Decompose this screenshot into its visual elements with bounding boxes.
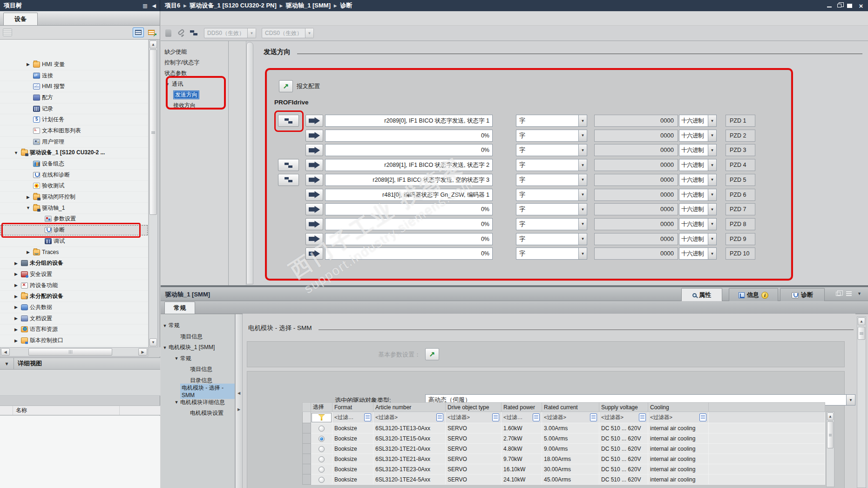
data-type-dropdown[interactable]: 字▼ (516, 144, 587, 156)
filter-cell[interactable]: <过滤… (332, 412, 373, 423)
filter-list-icon[interactable] (590, 413, 597, 421)
bico-interconnect-button[interactable] (278, 115, 299, 127)
format-dropdown[interactable]: 十六进制▼ (679, 174, 717, 186)
inspector-scrollbar-thumb[interactable] (858, 327, 865, 340)
send-flag-button[interactable] (305, 189, 323, 201)
table-row[interactable]: Booksize6SL3120-1TE21-0AxxSERVO4.80kW9.0… (303, 444, 825, 454)
funnel-button[interactable] (312, 413, 332, 422)
diag-nav-item[interactable]: 状态参数 (161, 68, 228, 79)
radio-icon[interactable] (319, 467, 325, 473)
cds-dropdown[interactable]: CDS0（生效） ▼ (262, 28, 314, 38)
signal-source-field[interactable]: 0% (325, 203, 493, 215)
tree-item[interactable]: ▶未分组的设备 (0, 258, 148, 269)
breadcrumb-project[interactable]: 项目6 (165, 1, 180, 10)
data-type-dropdown[interactable]: 字▼ (516, 189, 587, 201)
tab-general[interactable]: 常规 (164, 302, 195, 314)
send-flag-button[interactable] (305, 144, 323, 156)
diag-nav-item[interactable]: ▼通讯 (161, 79, 228, 89)
radio-icon[interactable] (319, 426, 325, 432)
breadcrumb-drive-device[interactable]: 驱动设备_1 [S120 CU320-2 PN] (190, 1, 276, 10)
tree-item[interactable]: 连接 (0, 70, 148, 82)
data-type-dropdown[interactable]: 字▼ (516, 247, 587, 260)
tree-expand-icon[interactable]: ▶ (13, 327, 19, 332)
vertical-splitter[interactable] (246, 42, 253, 284)
data-type-dropdown[interactable]: 字▼ (516, 115, 587, 127)
filter-list-icon[interactable] (364, 413, 371, 421)
tree-expand-icon[interactable]: ▶ (13, 305, 19, 309)
filter-list-icon[interactable] (533, 413, 540, 421)
properties-nav-item[interactable]: 项目信息 (161, 364, 235, 375)
collapse-panel-icon[interactable]: ◀ (152, 3, 156, 9)
nav-expand-icon[interactable]: ▼ (174, 356, 179, 361)
diag-nav-item[interactable]: 发送方向 (161, 89, 228, 100)
panel-menu-icon[interactable] (846, 291, 852, 296)
float-panel-icon[interactable] (836, 292, 841, 296)
tree-expand-icon[interactable]: ▶ (13, 316, 19, 321)
chevron-down-icon[interactable]: ▼ (708, 219, 716, 230)
data-type-dropdown[interactable]: 字▼ (516, 174, 587, 186)
details-view-toggle-button[interactable] (133, 27, 144, 37)
tree-scrollbar-thumb[interactable] (149, 49, 157, 215)
data-type-dropdown[interactable]: 字▼ (516, 203, 587, 215)
tab-properties[interactable]: 属性 (681, 288, 722, 302)
format-dropdown[interactable]: 十六进制▼ (679, 130, 717, 142)
radio-icon[interactable] (319, 456, 325, 462)
chevron-down-icon[interactable]: ▼ (578, 144, 587, 156)
tree-item[interactable]: 文本和图形列表 (0, 125, 148, 137)
table-row[interactable]: Booksize6SL3120-1TE23-0AxxSERVO16.10kW30… (303, 464, 825, 474)
send-flag-button[interactable] (305, 159, 323, 171)
filter-cell[interactable]: <过滤器> (446, 412, 502, 423)
chevron-down-icon[interactable]: ▼ (305, 28, 313, 38)
send-flag-button[interactable] (305, 130, 323, 142)
properties-nav-item[interactable]: ▼电机模块_1 [SMM] (161, 342, 235, 353)
bico-interconnect-button[interactable] (278, 174, 299, 186)
tree-item[interactable]: ▶公共数据 (0, 302, 148, 313)
send-flag-button[interactable] (305, 233, 323, 245)
tree-expand-icon[interactable]: ▶ (13, 294, 19, 299)
filter-funnel-cell[interactable] (311, 412, 332, 423)
signal-source-field[interactable]: 0% (325, 247, 493, 260)
properties-nav-item[interactable]: 电机模块 - 选择 - SMM (161, 386, 235, 397)
table-row[interactable]: Booksize6SL3120-1TE21-8AxxSERVO9.70kW18.… (303, 454, 825, 464)
column-header[interactable]: Article number (373, 403, 446, 412)
chevron-down-icon[interactable]: ▼ (578, 234, 587, 245)
chevron-down-icon[interactable]: ▼ (708, 144, 716, 156)
radio-icon[interactable] (319, 477, 325, 483)
scroll-right-icon[interactable]: ▶ (138, 348, 147, 356)
tree-item[interactable]: ▶文档设置 (0, 313, 148, 324)
nav-expand-icon[interactable]: ▼ (164, 82, 170, 87)
signal-source-field[interactable]: r2089[0], IF1 BICO 状态字发送, 状态字 1 (325, 115, 493, 127)
format-dropdown[interactable]: 十六进制▼ (679, 233, 717, 245)
format-dropdown[interactable]: 十六进制▼ (679, 159, 717, 171)
scroll-up-icon[interactable]: ▲ (149, 41, 157, 48)
chevron-down-icon[interactable]: ▼ (708, 204, 716, 215)
maximize-icon[interactable] (847, 4, 852, 8)
properties-nav-item[interactable]: 电机模块设置 (161, 408, 235, 419)
minimize-icon[interactable] (827, 4, 832, 7)
device-overview-icon[interactable] (3, 28, 12, 36)
radio-selected-icon[interactable] (319, 436, 325, 442)
format-dropdown[interactable]: 十六进制▼ (679, 189, 717, 201)
tree-item[interactable]: 配方 (0, 92, 148, 103)
detail-view-collapse-button[interactable]: ▼ (0, 358, 14, 369)
table-scrollbar[interactable]: ▲ (826, 412, 834, 487)
chevron-down-icon[interactable]: ▼ (708, 159, 716, 171)
chevron-down-icon[interactable]: ▼ (708, 174, 716, 186)
chevron-down-icon[interactable]: ▼ (708, 248, 716, 259)
data-type-dropdown[interactable]: 字▼ (516, 218, 587, 230)
format-dropdown[interactable]: 十六进制▼ (679, 115, 717, 127)
signal-source-field[interactable]: r2089[2], IF1 BICO 状态字发送, 空的状态字 3 (325, 174, 493, 186)
chevron-down-icon[interactable]: ▼ (578, 204, 587, 215)
chevron-down-icon[interactable]: ▼ (578, 130, 587, 141)
tree-item[interactable]: 在线和诊断 (0, 170, 148, 181)
filter-list-icon[interactable] (436, 413, 443, 421)
bico-interconnect-button[interactable] (278, 159, 299, 171)
select-cell[interactable] (311, 474, 332, 485)
tree-expand-icon[interactable]: ▼ (13, 151, 19, 155)
properties-nav-item[interactable]: ▼电机模块详细信息 (161, 397, 235, 408)
tree-horizontal-scrollbar[interactable]: ◀ ▶ (0, 347, 148, 357)
select-cell[interactable] (311, 423, 332, 433)
send-flag-button[interactable] (305, 203, 323, 215)
table-scrollbar-thumb[interactable] (827, 421, 834, 448)
scroll-up-icon[interactable]: ▲ (858, 317, 865, 325)
